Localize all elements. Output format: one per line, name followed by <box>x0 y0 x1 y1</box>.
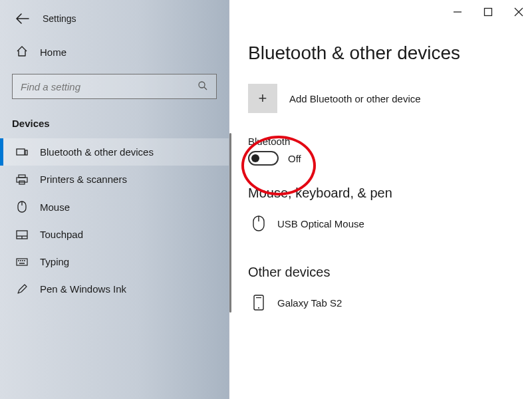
sidebar-item-label: Mouse <box>40 201 70 213</box>
sidebar-item-printers[interactable]: Printers & scanners <box>0 166 229 193</box>
device-name: Galaxy Tab S2 <box>277 297 342 309</box>
sidebar-item-label: Touchpad <box>40 229 83 240</box>
content-scrollbar[interactable] <box>229 133 231 313</box>
sidebar-item-typing[interactable]: Typing <box>0 248 229 275</box>
bluetooth-label: Bluetooth <box>248 136 513 147</box>
printer-icon <box>16 174 28 185</box>
plus-icon: + <box>248 84 277 113</box>
svg-line-1 <box>204 87 207 90</box>
sidebar-item-label: Bluetooth & other devices <box>40 146 154 158</box>
settings-sidebar: Settings Home Devices Bluetooth & other … <box>0 0 229 399</box>
devices-icon <box>16 148 28 157</box>
phone-icon <box>251 295 267 311</box>
sidebar-item-label: Typing <box>40 256 69 267</box>
home-label: Home <box>40 47 66 58</box>
bluetooth-state: Off <box>288 153 301 164</box>
keyboard-icon <box>16 258 28 266</box>
page-title: Bluetooth & other devices <box>248 43 513 64</box>
search-input[interactable] <box>21 81 171 92</box>
maximize-button[interactable] <box>481 5 495 19</box>
svg-rect-2 <box>17 149 25 155</box>
mouse-icon <box>16 201 28 213</box>
section-heading-mouse: Mouse, keyboard, & pen <box>248 186 513 201</box>
sidebar-item-touchpad[interactable]: Touchpad <box>0 221 229 248</box>
svg-rect-5 <box>17 178 27 182</box>
device-name: USB Optical Mouse <box>277 218 364 229</box>
home-icon <box>16 45 28 59</box>
bluetooth-toggle[interactable] <box>248 151 279 166</box>
main-content: Bluetooth & other devices + Add Bluetoot… <box>229 0 532 399</box>
svg-rect-19 <box>485 9 492 16</box>
sidebar-item-bluetooth[interactable]: Bluetooth & other devices <box>0 138 229 166</box>
search-box[interactable] <box>12 74 217 99</box>
search-icon <box>198 80 208 93</box>
sidebar-item-label: Printers & scanners <box>40 174 127 185</box>
sidebar-item-pen[interactable]: Pen & Windows Ink <box>0 275 229 303</box>
svg-rect-26 <box>256 297 261 298</box>
pen-icon <box>16 284 28 295</box>
sidebar-home[interactable]: Home <box>0 37 229 67</box>
svg-rect-4 <box>19 175 25 178</box>
mouse-icon <box>251 215 267 231</box>
add-device-button[interactable]: + Add Bluetooth or other device <box>248 84 513 113</box>
sidebar-item-label: Pen & Windows Ink <box>40 283 126 295</box>
svg-point-25 <box>258 307 259 309</box>
svg-rect-12 <box>17 259 27 265</box>
app-title: Settings <box>43 13 76 24</box>
section-heading-other: Other devices <box>248 265 513 280</box>
toggle-knob <box>251 154 259 162</box>
touchpad-icon <box>16 230 28 239</box>
minimize-button[interactable] <box>451 5 464 19</box>
device-row[interactable]: USB Optical Mouse <box>248 211 513 245</box>
back-icon[interactable] <box>16 13 29 24</box>
sidebar-item-mouse[interactable]: Mouse <box>0 193 229 221</box>
svg-rect-3 <box>25 150 27 155</box>
sidebar-section-header: Devices <box>0 111 229 138</box>
add-device-label: Add Bluetooth or other device <box>289 93 421 104</box>
device-row[interactable]: Galaxy Tab S2 <box>248 291 513 324</box>
close-button[interactable] <box>512 5 525 19</box>
svg-point-0 <box>199 82 205 88</box>
